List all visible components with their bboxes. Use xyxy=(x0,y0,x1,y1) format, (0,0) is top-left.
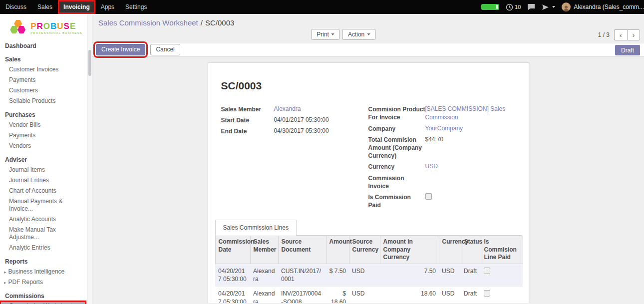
field-total-commision-amount-company-currency: Total Commision Amount (Company Currency… xyxy=(368,135,516,160)
user-name: Alexandra (Sales_comm... xyxy=(574,3,644,10)
sidebar-section-dashboard[interactable]: Dashboard xyxy=(0,41,86,51)
sidebar-item-label: Analytic Accounts xyxy=(9,216,56,223)
field-value-is-commission-paid xyxy=(425,193,516,202)
field-company: CompanyYourCompany xyxy=(368,124,516,133)
sidebar-item-label: Journal Entries xyxy=(9,177,49,184)
action-button[interactable]: Action xyxy=(342,29,375,40)
sidebar-section-reports[interactable]: Reports xyxy=(0,257,86,267)
field-group-right: Commision Product For Invoice[SALES COMM… xyxy=(368,105,516,212)
menu-settings[interactable]: Settings xyxy=(120,0,152,14)
column-header-amount-in-company-currency[interactable]: Amount in Company Currency xyxy=(380,236,439,264)
main-content: Sales Commission Worksheet/SC/0003 Print… xyxy=(92,14,644,304)
sidebar-scrollbar[interactable] xyxy=(87,14,92,304)
sidebar-item-label: Vendors xyxy=(9,142,31,149)
sidebar-item-manual-payments-invoice[interactable]: Manual Payments & Invoice... xyxy=(0,196,86,214)
column-header-currency[interactable]: Currency xyxy=(439,236,461,264)
menu-discuss[interactable]: Discuss xyxy=(0,0,32,14)
column-header-source-document[interactable]: Source Document xyxy=(278,236,326,264)
table-row[interactable]: 04/20/2017 05:30:00AlexandraINV/2017/000… xyxy=(215,287,523,303)
sidebar-item-label: Journal Items xyxy=(9,166,45,173)
sidebar-item-business-intelligence[interactable]: ▸Business Intelligence xyxy=(0,267,86,277)
sidebar-item-chart-of-accounts[interactable]: Chart of Accounts xyxy=(0,186,86,196)
status-badge: Draft xyxy=(615,45,640,55)
menu-invoicing[interactable]: Invoicing xyxy=(58,0,95,14)
notebook-tabs: Sales Commission Lines xyxy=(215,220,522,236)
print-button[interactable]: Print xyxy=(311,29,340,40)
sidebar-item-label: Make Manual Tax Adjustme... xyxy=(9,226,56,241)
line-paid-checkbox[interactable] xyxy=(484,268,490,274)
topbar-menus: DiscussSalesInvoicingAppsSettings xyxy=(0,0,152,14)
pager: 1 / 3 ‹ › xyxy=(598,29,640,40)
field-value-commision-product-for-invoice[interactable]: [SALES COMMISSION] Sales Commission xyxy=(425,105,516,122)
column-header-commission-date[interactable]: Commission Date xyxy=(215,236,250,264)
field-value-company[interactable]: YourCompany xyxy=(425,124,516,133)
field-groups: Sales MemberAlexandraStart Date04/01/201… xyxy=(221,105,516,212)
menu-sales[interactable]: Sales xyxy=(32,0,58,14)
column-header-sales-member[interactable]: Sales Member xyxy=(250,236,278,264)
field-value-currency[interactable]: USD xyxy=(425,162,516,171)
column-header-amount[interactable]: Amount xyxy=(326,236,349,264)
field-value-commission-invoice xyxy=(425,174,516,181)
table-row[interactable]: 04/20/2017 05:30:00AlexandraCUST.IN/2017… xyxy=(215,264,523,287)
cancel-button[interactable]: Cancel xyxy=(150,44,180,55)
activity-menu[interactable]: 10 xyxy=(506,3,521,11)
sidebar-item-analytic-accounts[interactable]: Analytic Accounts xyxy=(0,214,86,225)
field-label: Commission Invoice xyxy=(368,174,425,190)
sidebar-item-payments[interactable]: Payments xyxy=(0,75,86,85)
pager-next-button[interactable]: › xyxy=(627,29,640,40)
chat-bubble-icon xyxy=(527,3,535,10)
battery-indicator xyxy=(481,4,499,10)
column-header-source-currency[interactable]: Source Currency xyxy=(349,236,380,264)
user-menu[interactable]: Alexandra (Sales_comm... xyxy=(562,2,644,11)
sidebar-item-customer-invoices[interactable]: Customer Invoices xyxy=(0,64,86,75)
pager-previous-button[interactable]: ‹ xyxy=(614,29,627,40)
field-value-sales-member[interactable]: Alexandra xyxy=(274,105,356,113)
expand-arrow-icon: ▸ xyxy=(4,270,6,275)
sidebar-section-adviser[interactable]: Adviser xyxy=(0,155,86,165)
logo-hexagons-icon xyxy=(9,20,27,36)
tab-sales-commission-lines[interactable]: Sales Commission Lines xyxy=(215,220,297,236)
column-header-is-commision-line-paid[interactable]: Is Commision Line Paid xyxy=(481,236,523,264)
caret-down-icon xyxy=(367,33,370,35)
sidebar-item-customers[interactable]: Customers xyxy=(0,85,86,96)
field-currency: CurrencyUSD xyxy=(368,162,516,171)
sidebar-section-commissions[interactable]: Commissions xyxy=(0,291,86,301)
field-label: Sales Member xyxy=(221,105,274,113)
sheet-container: SC/0003 Sales MemberAlexandraStart Date0… xyxy=(92,56,644,303)
field-commision-product-for-invoice: Commision Product For Invoice[SALES COMM… xyxy=(368,105,516,122)
logo-tagline: PROFESSIONAL BUSINESS xyxy=(30,31,82,34)
column-header-status[interactable]: Status xyxy=(461,236,481,264)
activity-count: 10 xyxy=(515,4,521,10)
breadcrumb-current: SC/0003 xyxy=(205,18,234,27)
line-paid-checkbox[interactable] xyxy=(484,290,490,297)
sidebar-item-journal-entries[interactable]: Journal Entries xyxy=(0,175,86,186)
sidebar: PROBUSE PROFESSIONAL BUSINESS DashboardS… xyxy=(0,14,92,304)
scrollbar-thumb[interactable] xyxy=(88,50,91,76)
sidebar-item-journal-items[interactable]: Journal Items xyxy=(0,165,86,175)
sidebar-item-payments[interactable]: Payments xyxy=(0,130,86,141)
app-logo: PROBUSE PROFESSIONAL BUSINESS xyxy=(0,14,92,40)
pager-count: 1 / 3 xyxy=(598,31,610,38)
field-label: Total Commision Amount (Company Currency… xyxy=(368,135,425,160)
debug-icon xyxy=(542,4,549,10)
sidebar-item-make-manual-tax-adjustme[interactable]: Make Manual Tax Adjustme... xyxy=(0,225,86,243)
field-end-date: End Date04/30/2017 05:30:00 xyxy=(221,127,356,135)
menu-apps[interactable]: Apps xyxy=(95,0,120,14)
create-invoice-button[interactable]: Create Invoice xyxy=(96,44,145,55)
sidebar-item-sellable-products[interactable]: Sellable Products xyxy=(0,96,86,106)
field-value-total-commision-amount-company-currency: $44.70 xyxy=(425,135,516,144)
sidebar-item-analytic-entries[interactable]: Analytic Entries xyxy=(0,243,86,253)
sidebar-item-vendor-bills[interactable]: Vendor Bills xyxy=(0,120,86,130)
sidebar-section-purchases[interactable]: Purchases xyxy=(0,110,86,120)
messages-menu[interactable] xyxy=(527,3,535,10)
breadcrumb-parent[interactable]: Sales Commission Worksheet xyxy=(98,18,198,27)
sidebar-item-pdf-reports[interactable]: ▸PDF Reports xyxy=(0,277,86,288)
is-commission-paid-checkbox[interactable] xyxy=(425,193,432,200)
sidebar-item-vendors[interactable]: Vendors xyxy=(0,141,86,151)
debug-menu[interactable] xyxy=(542,4,555,10)
sidebar-item-label: Chart of Accounts xyxy=(9,187,56,194)
sidebar-item-commission-worksheets[interactable]: Commission Worksheets xyxy=(0,301,86,304)
logo-wordmark: PROBUSE xyxy=(30,22,82,30)
field-group-left: Sales MemberAlexandraStart Date04/01/201… xyxy=(221,105,368,212)
sidebar-section-sales[interactable]: Sales xyxy=(0,54,86,64)
